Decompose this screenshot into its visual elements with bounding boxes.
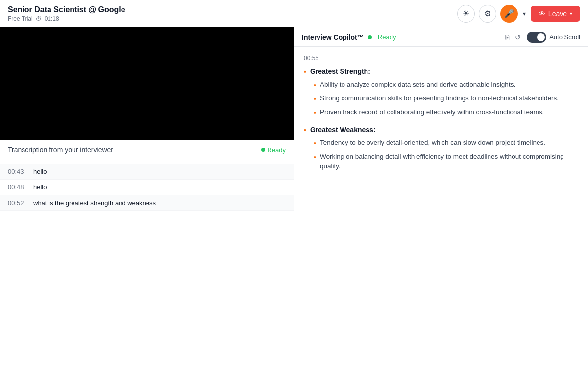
response-section-0: • Greatest Strength: Ability to analyze … (304, 68, 578, 118)
transcription-title: Transcription from your interviewer (8, 146, 113, 154)
copilot-title: Interview Copilot™ (302, 33, 364, 41)
bullet-list: Ability to analyze complex data sets and… (304, 80, 578, 118)
section-bullet-icon: • (304, 68, 306, 76)
section-title: Greatest Weakness: (310, 126, 376, 134)
copilot-sections: • Greatest Strength: Ability to analyze … (304, 68, 578, 172)
microphone-button[interactable]: 🎤 (500, 5, 518, 23)
video-area (0, 27, 294, 140)
interview-title: Senior Data Scientist @ Google (8, 5, 125, 14)
copy-button[interactable]: ⎘ (505, 33, 509, 41)
auto-scroll-toggle[interactable] (527, 32, 546, 43)
transcript-row: 00:48 hello (0, 180, 294, 195)
top-header: Senior Data Scientist @ Google Free Tria… (0, 0, 588, 27)
mic-chevron-button[interactable]: ▾ (522, 10, 527, 17)
leave-label: Leave (548, 10, 567, 18)
response-section-1: • Greatest Weakness: Tendency to be over… (304, 126, 578, 172)
bullet-list: Tendency to be overly detail-oriented, w… (304, 138, 578, 172)
section-title: Greatest Strength: (310, 68, 370, 75)
right-panel: Interview Copilot™ Ready ⎘ ↺ Auto Scroll… (294, 27, 588, 370)
section-header: • Greatest Weakness: (304, 126, 578, 134)
transcript-text: hello (33, 184, 47, 191)
transcript-row: 00:43 hello (0, 164, 294, 180)
header-left: Senior Data Scientist @ Google Free Tria… (8, 5, 125, 22)
auto-scroll-label: Auto Scroll (549, 33, 580, 41)
clock-icon: ⏱ (36, 15, 42, 22)
transcript-time: 00:48 (8, 184, 25, 191)
brightness-button[interactable]: ☀ (457, 5, 475, 23)
header-sub: Free Trial ⏱ 01:18 (8, 15, 125, 22)
section-bullet-icon: • (304, 126, 306, 134)
auto-scroll-toggle-container: Auto Scroll (527, 32, 580, 43)
section-header: • Greatest Strength: (304, 68, 578, 76)
transcription-status-text: Ready (267, 146, 286, 154)
response-timestamp: 00:55 (304, 55, 578, 62)
transcript-text: hello (33, 168, 47, 175)
copilot-status-dot (368, 35, 372, 39)
bullet-item: Ability to analyze complex data sets and… (314, 80, 578, 91)
main-content: Transcription from your interviewer Read… (0, 27, 588, 370)
copilot-header: Interview Copilot™ Ready ⎘ ↺ Auto Scroll (294, 27, 588, 47)
leave-button[interactable]: 👁 Leave ▾ (531, 6, 580, 22)
transcript-time: 00:52 (8, 199, 25, 207)
copilot-controls: ⎘ ↺ Auto Scroll (505, 32, 580, 43)
refresh-button[interactable]: ↺ (515, 33, 521, 41)
header-controls: ☀ ⚙ 🎤 ▾ 👁 Leave ▾ (457, 5, 580, 23)
transcription-status: Ready (261, 146, 286, 154)
bullet-item: Working on balancing detail with efficie… (314, 152, 578, 172)
leave-icon: 👁 (539, 10, 545, 18)
plan-label: Free Trial (8, 15, 33, 22)
copilot-status-text: Ready (378, 33, 396, 41)
transcription-list: 00:43 hello 00:48 hello 00:52 what is th… (0, 160, 294, 370)
bullet-item: Proven track record of collaborating eff… (314, 107, 578, 118)
transcript-time: 00:43 (8, 168, 25, 175)
left-panel: Transcription from your interviewer Read… (0, 27, 294, 370)
bullet-item: Strong communication skills for presenti… (314, 93, 578, 104)
transcript-text: what is the greatest strength and weakne… (33, 199, 156, 207)
settings-button[interactable]: ⚙ (479, 5, 496, 23)
copilot-content: 00:55 • Greatest Strength: Ability to an… (294, 47, 588, 370)
status-dot-icon (261, 148, 265, 152)
leave-chevron-icon: ▾ (570, 11, 572, 16)
bullet-item: Tendency to be overly detail-oriented, w… (314, 138, 578, 149)
transcription-header: Transcription from your interviewer Read… (0, 140, 294, 160)
copilot-title-area: Interview Copilot™ Ready (302, 33, 396, 41)
timer-display: 01:18 (45, 15, 59, 22)
transcript-row: 00:52 what is the greatest strength and … (0, 195, 294, 211)
